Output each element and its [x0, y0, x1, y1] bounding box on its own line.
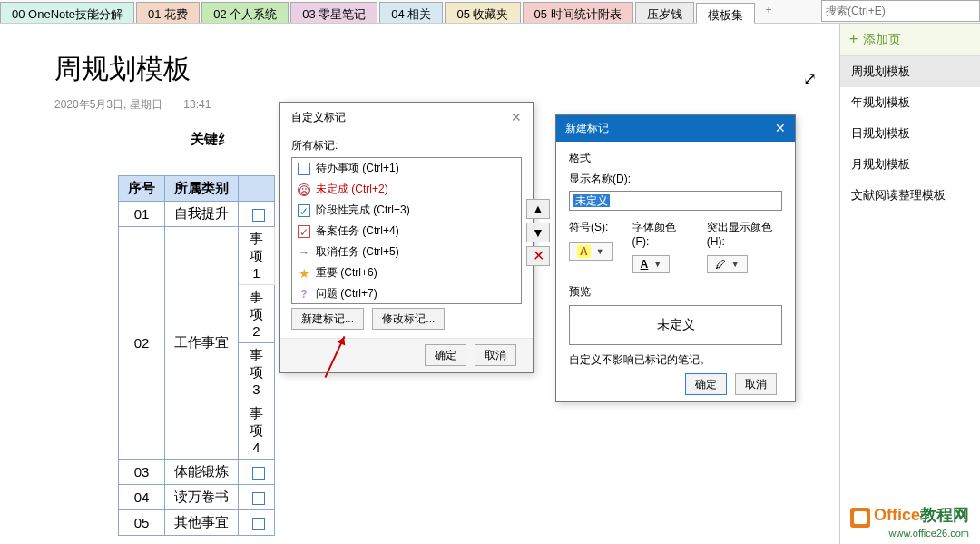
search-input[interactable]	[821, 0, 980, 22]
tab-7[interactable]: 压岁钱	[635, 2, 694, 23]
font-a-icon: A	[641, 258, 649, 271]
arrow-right-icon: →	[298, 246, 310, 259]
symbol-label: 符号(S):	[569, 220, 608, 235]
delete-button[interactable]: ✕	[526, 246, 550, 266]
cancel-button[interactable]: 取消	[475, 344, 516, 366]
display-name-input[interactable]: 未定义	[569, 191, 782, 211]
item[interactable]: 事项3	[239, 343, 275, 401]
chevron-down-icon: ▼	[653, 260, 662, 269]
question-icon: ?	[298, 288, 310, 301]
move-down-button[interactable]: ▼	[526, 223, 550, 242]
office-logo-icon	[850, 508, 870, 528]
hint-text: 自定义不影响已标记的笔记。	[569, 352, 782, 368]
cell-n[interactable]: 04	[119, 485, 165, 510]
cancel-button[interactable]: 取消	[735, 373, 777, 395]
star-icon: ★	[298, 267, 310, 280]
tab-6[interactable]: 05 时间统计附表	[523, 2, 633, 23]
item[interactable]: 事项4	[239, 401, 275, 460]
all-tags-label: 所有标记:	[291, 138, 522, 153]
checkbox-icon: ✓	[298, 225, 310, 238]
ok-button[interactable]: 确定	[425, 344, 466, 366]
modify-tag-button[interactable]: 修改标记...	[372, 308, 445, 330]
highlight-a-icon: A	[577, 245, 591, 258]
cell-c[interactable]: 其他事宜	[165, 510, 239, 536]
dialog-title: 自定义标记✕	[280, 103, 533, 133]
new-tag-button[interactable]: 新建标记...	[291, 308, 364, 330]
highlight-dropdown[interactable]: 🖊▼	[707, 255, 748, 273]
cell-c[interactable]: 体能锻炼	[165, 460, 239, 485]
tag-item[interactable]: ?问题 (Ctrl+7)	[292, 283, 521, 304]
cell-n[interactable]: 01	[119, 202, 165, 227]
add-section-button[interactable]: +	[757, 0, 781, 23]
customize-tags-dialog: 自定义标记✕ 所有标记: 待办事项 (Ctrl+1) ☹未定成 (Ctrl+2)…	[279, 102, 534, 373]
font-color-dropdown[interactable]: A▼	[632, 255, 671, 273]
tag-item[interactable]: ✓阶段性完成 (Ctrl+3)	[292, 200, 521, 221]
tab-2[interactable]: 02 个人系统	[201, 2, 289, 23]
th-0: 序号	[119, 176, 165, 202]
close-icon[interactable]: ✕	[511, 110, 522, 124]
sad-face-icon: ☹	[298, 183, 310, 196]
plan-table[interactable]: 序号所属类别 01自我提升 02工作事宜事项1 事项2 事项3 事项4 03体能…	[118, 175, 275, 536]
watermark: Office教程网 www.office26.com	[850, 504, 969, 539]
symbol-dropdown[interactable]: A▼	[569, 242, 612, 261]
tab-8-active[interactable]: 模板集	[696, 3, 755, 24]
font-color-label: 字体颜色(F):	[632, 220, 687, 248]
cell-c[interactable]: 自我提升	[165, 202, 239, 227]
tags-listbox[interactable]: 待办事项 (Ctrl+1) ☹未定成 (Ctrl+2) ✓阶段性完成 (Ctrl…	[291, 157, 522, 304]
new-tag-dialog: 新建标记✕ 格式 显示名称(D): 未定义 符号(S):A▼ 字体颜色(F):A…	[555, 114, 796, 402]
ok-button[interactable]: 确定	[685, 373, 727, 395]
cell-c[interactable]: 读万卷书	[165, 485, 239, 510]
chevron-down-icon: ▼	[596, 247, 604, 256]
dialog-title: 新建标记✕	[556, 115, 795, 142]
tab-3[interactable]: 03 零星笔记	[290, 2, 377, 23]
item[interactable]: 事项1	[239, 227, 275, 285]
chevron-down-icon: ▼	[731, 260, 740, 269]
highlight-label: 突出显示颜色(H):	[707, 220, 782, 248]
checkbox-icon[interactable]	[252, 492, 265, 505]
display-name-label: 显示名称(D):	[569, 172, 782, 187]
checkbox-icon: ✓	[298, 204, 310, 217]
tag-item[interactable]: →取消任务 (Ctrl+5)	[292, 242, 521, 262]
page-date: 2020年5月3日, 星期日	[54, 98, 162, 111]
checkbox-icon[interactable]	[252, 467, 265, 480]
page-time: 13:41	[183, 98, 211, 111]
close-icon[interactable]: ✕	[775, 121, 786, 135]
move-up-button[interactable]: ▲	[526, 199, 550, 219]
cell-n[interactable]: 05	[119, 510, 165, 536]
highlighter-icon: 🖊	[715, 258, 726, 271]
format-label: 格式	[569, 151, 782, 166]
tag-item[interactable]: ☹未定成 (Ctrl+2)	[292, 179, 521, 200]
preview-label: 预览	[569, 284, 782, 300]
item[interactable]: 事项2	[239, 285, 275, 343]
tab-1[interactable]: 01 花费	[136, 2, 200, 23]
preview-box: 未定义	[569, 305, 782, 345]
tab-5[interactable]: 05 收藏夹	[445, 2, 520, 23]
checkbox-icon[interactable]	[252, 518, 265, 530]
th-1: 所属类别	[165, 176, 239, 202]
tab-4[interactable]: 04 相关	[379, 2, 443, 23]
checkbox-icon[interactable]	[252, 209, 265, 222]
cell-n[interactable]: 02	[119, 227, 165, 460]
page-title[interactable]: 周规划模板	[54, 51, 980, 88]
tag-item[interactable]: 待办事项 (Ctrl+1)	[292, 158, 521, 179]
tag-item[interactable]: ✓备案任务 (Ctrl+4)	[292, 221, 521, 242]
cell-n[interactable]: 03	[119, 460, 165, 485]
cell-c[interactable]: 工作事宜	[165, 227, 239, 460]
checkbox-icon	[298, 163, 310, 175]
tag-item[interactable]: ★重要 (Ctrl+6)	[292, 262, 521, 283]
fullscreen-icon[interactable]: ⤢	[803, 69, 817, 89]
tab-0[interactable]: 00 OneNote技能分解	[0, 2, 134, 23]
